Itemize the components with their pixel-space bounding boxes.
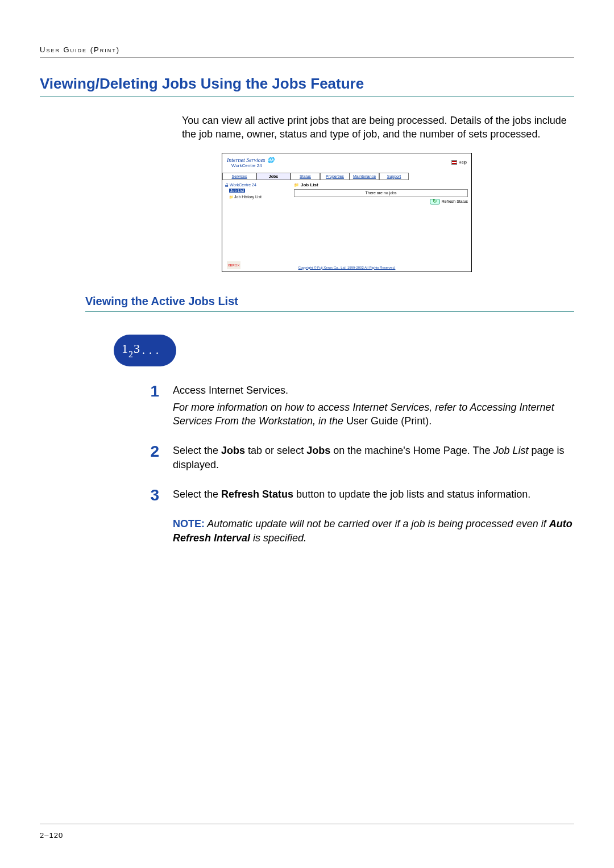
- ss-app-title: Internet Services 🌐: [227, 157, 274, 163]
- ss-device-name: WorkCentre 24: [227, 163, 274, 168]
- tree-job-history[interactable]: Job History List: [225, 194, 288, 201]
- ss-tree: 🖨 WorkCentre 24 Job List Job History Lis…: [222, 180, 291, 207]
- step-number: 1: [142, 383, 159, 432]
- note-block: NOTE: Automatic update will not be carri…: [173, 517, 574, 545]
- refresh-label: Refresh Status: [442, 199, 468, 203]
- running-header: User Guide (Print): [40, 45, 574, 54]
- ss-help[interactable]: Help: [451, 160, 467, 165]
- embedded-screenshot: Internet Services 🌐 WorkCentre 24 Help S…: [222, 153, 574, 272]
- footer-rule: [40, 824, 574, 824]
- intro-paragraph: You can view all active print jobs that …: [182, 114, 574, 141]
- subheading-rule: [85, 311, 574, 312]
- tab-services[interactable]: Services: [222, 173, 256, 180]
- title-rule: [40, 96, 574, 97]
- step-number: 3: [142, 487, 159, 504]
- ss-left-tabs: Services Jobs Status Properties Maintena…: [222, 173, 471, 180]
- page-title: Viewing/Deleting Jobs Using the Jobs Fea…: [40, 75, 574, 93]
- tab-maintenance[interactable]: Maintenance: [350, 173, 379, 180]
- refresh-button[interactable]: [430, 199, 440, 205]
- step-1-line: Access Internet Services.: [173, 383, 574, 397]
- tree-root[interactable]: 🖨 WorkCentre 24: [225, 182, 288, 189]
- step-3-text: Select the Refresh Status button to upda…: [173, 487, 574, 501]
- tab-jobs[interactable]: Jobs: [256, 173, 291, 180]
- tab-status[interactable]: Status: [291, 173, 320, 180]
- page-number: 2–120: [40, 831, 574, 840]
- tab-support[interactable]: Support: [379, 173, 409, 180]
- xerox-logo: XEROX: [227, 261, 240, 269]
- flag-icon: [451, 160, 457, 165]
- tree-job-list[interactable]: Job List: [229, 189, 245, 193]
- step-1: 1 Access Internet Services. For more inf…: [142, 383, 574, 432]
- step-2-text: Select the Jobs tab or select Jobs on th…: [173, 444, 574, 471]
- ss-main-heading: Job List: [294, 182, 468, 187]
- steps-badge-icon: 123. . .: [114, 335, 176, 366]
- ss-copyright: Copyright © Fuji Xerox Co., Ltd. 1999-20…: [298, 266, 396, 269]
- ss-job-table: There are no jobs: [294, 189, 468, 197]
- step-1-ref: For more information on how to access In…: [173, 400, 574, 428]
- tab-properties[interactable]: Properties: [320, 173, 350, 180]
- section-heading: Viewing the Active Jobs List: [85, 295, 574, 308]
- step-2: 2 Select the Jobs tab or select Jobs on …: [142, 444, 574, 475]
- step-3: 3 Select the Refresh Status button to up…: [142, 487, 574, 504]
- header-rule: [40, 57, 574, 58]
- step-number: 2: [142, 444, 159, 475]
- globe-icon: 🌐: [267, 157, 274, 163]
